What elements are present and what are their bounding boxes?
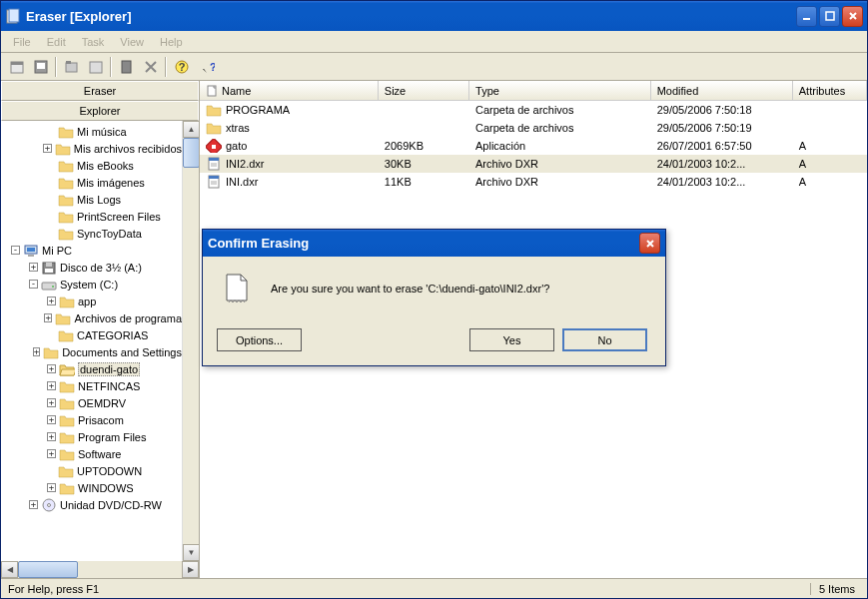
expand-icon[interactable]: + [47, 381, 56, 390]
titlebar[interactable]: Eraser [Explorer] [1, 1, 867, 31]
column-header[interactable]: Attributes [793, 81, 867, 100]
file-type: Archivo DXR [469, 158, 651, 170]
tree-item[interactable]: Mis Logs [1, 191, 182, 208]
column-header[interactable]: Name [200, 81, 379, 100]
expand-icon[interactable]: + [33, 347, 40, 356]
drive-icon [41, 278, 57, 292]
menu-task[interactable]: Task [74, 34, 113, 50]
file-attributes: A [793, 176, 867, 188]
expand-icon[interactable]: + [44, 313, 53, 322]
menu-view[interactable]: View [112, 34, 152, 50]
tree-label: Disco de 3½ (A:) [60, 262, 142, 274]
folder-icon [59, 295, 75, 308]
expand-icon[interactable]: + [47, 364, 56, 373]
column-header[interactable]: Type [469, 81, 651, 100]
toolbar-btn-5[interactable] [115, 56, 138, 78]
options-button[interactable]: Options... [217, 328, 302, 351]
list-header: NameSizeTypeModifiedAttributes [200, 81, 867, 101]
expand-icon[interactable]: - [29, 280, 38, 289]
tree-item[interactable]: +Disco de 3½ (A:) [1, 259, 182, 276]
scroll-left-icon[interactable]: ◀ [1, 561, 18, 578]
panel-tab-eraser[interactable]: Eraser [1, 81, 199, 101]
expand-icon[interactable]: + [43, 144, 51, 153]
expand-icon[interactable]: + [47, 398, 56, 407]
toolbar-whatsthis-icon[interactable]: ? [194, 56, 217, 78]
folder-icon [206, 121, 222, 135]
scroll-thumb[interactable] [183, 138, 199, 168]
tree-hscrollbar[interactable]: ◀ ▶ [1, 561, 199, 578]
toolbar-btn-4[interactable] [84, 56, 107, 78]
column-header[interactable]: Size [379, 81, 469, 100]
file-name: PROGRAMA [226, 104, 290, 116]
folder-icon [59, 413, 75, 427]
dialog-titlebar[interactable]: Confirm Erasing [203, 230, 665, 257]
folder-icon [59, 396, 75, 410]
toolbar-btn-6[interactable] [139, 56, 162, 78]
tree-item[interactable]: +Mis archivos recibidos [1, 140, 182, 157]
close-button[interactable] [842, 6, 863, 27]
scroll-thumb[interactable] [18, 561, 78, 578]
column-header[interactable]: Modified [651, 81, 793, 100]
expand-icon[interactable]: + [29, 500, 38, 509]
app-icon [206, 139, 222, 153]
tree-item[interactable]: CATEGORIAS [1, 326, 182, 343]
scroll-up-icon[interactable]: ▲ [183, 121, 199, 138]
list-row[interactable]: xtrasCarpeta de archivos29/05/2006 7:50:… [200, 119, 867, 137]
tree-label: UPTODOWN [77, 465, 142, 477]
menu-file[interactable]: File [5, 34, 39, 50]
folder-icon [58, 464, 74, 478]
expand-icon[interactable]: + [29, 263, 38, 272]
tree-item[interactable]: +Documents and Settings [1, 343, 182, 360]
svg-text:?: ? [178, 61, 185, 73]
folder-tree[interactable]: Mi música+Mis archivos recibidosMis eBoo… [1, 121, 182, 561]
expand-icon[interactable]: + [47, 483, 56, 492]
tree-item[interactable]: +app [1, 293, 182, 309]
expand-icon[interactable]: + [47, 432, 56, 441]
toolbar-btn-2[interactable] [29, 56, 52, 78]
tree-item[interactable]: PrintScreen Files [1, 208, 182, 225]
yes-button[interactable]: Yes [469, 328, 554, 351]
tree-item[interactable]: -System (C:) [1, 276, 182, 293]
tree-vscrollbar[interactable]: ▲ ▼ [182, 121, 199, 561]
maximize-button[interactable] [819, 6, 840, 27]
list-row[interactable]: gato2069KBAplicación26/07/2001 6:57:50A [200, 137, 867, 155]
tree-item[interactable]: +Program Files [1, 428, 182, 445]
tree-label: Unidad DVD/CD-RW [60, 499, 162, 511]
tree-item[interactable]: +WINDOWS [1, 479, 182, 496]
expand-icon[interactable]: - [11, 246, 20, 255]
tree-item[interactable]: Mis imágenes [1, 174, 182, 191]
expand-icon[interactable]: + [47, 449, 56, 458]
scroll-right-icon[interactable]: ▶ [182, 561, 199, 578]
tree-item[interactable]: +NETFINCAS [1, 377, 182, 394]
menu-help[interactable]: Help [152, 34, 191, 50]
no-button[interactable]: No [562, 328, 647, 351]
tree-item[interactable]: Mi música [1, 123, 182, 140]
toolbar-help-icon[interactable]: ? [170, 56, 193, 78]
tree-item[interactable]: +Archivos de programa [1, 309, 182, 326]
toolbar-btn-1[interactable] [5, 56, 28, 78]
tree-item[interactable]: -Mi PC [1, 242, 182, 259]
tree-item[interactable]: SyncToyData [1, 225, 182, 242]
tree-item[interactable]: +Software [1, 445, 182, 462]
list-row[interactable]: PROGRAMACarpeta de archivos29/05/2006 7:… [200, 101, 867, 119]
tree-item[interactable]: +OEMDRV [1, 394, 182, 411]
expand-icon[interactable]: + [47, 415, 56, 424]
tree-item[interactable]: +Unidad DVD/CD-RW [1, 496, 182, 513]
app-icon [5, 8, 21, 24]
tree-label: Software [78, 448, 121, 460]
file-size: 11KB [379, 176, 469, 188]
tree-item[interactable]: Mis eBooks [1, 157, 182, 174]
dialog-close-button[interactable] [639, 233, 660, 254]
menu-edit[interactable]: Edit [39, 34, 74, 50]
expand-icon[interactable]: + [47, 297, 56, 305]
file-type: Archivo DXR [469, 176, 651, 188]
toolbar-btn-3[interactable] [60, 56, 83, 78]
list-row[interactable]: INI.dxr11KBArchivo DXR24/01/2003 10:2...… [200, 173, 867, 191]
tree-item[interactable]: +Prisacom [1, 411, 182, 428]
minimize-button[interactable] [796, 6, 817, 27]
panel-tab-explorer[interactable]: Explorer [1, 101, 199, 121]
tree-item[interactable]: UPTODOWN [1, 462, 182, 479]
scroll-down-icon[interactable]: ▼ [183, 544, 199, 561]
tree-item[interactable]: +duendi-gato [1, 360, 182, 377]
list-row[interactable]: INI2.dxr30KBArchivo DXR24/01/2003 10:2..… [200, 155, 867, 173]
